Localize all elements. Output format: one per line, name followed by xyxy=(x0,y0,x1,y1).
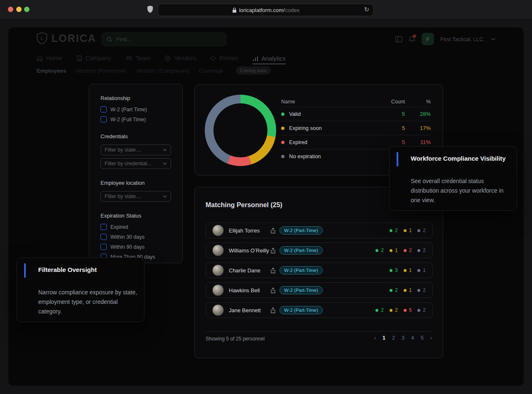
status-dot xyxy=(404,289,407,292)
status-count: 2 xyxy=(381,307,384,313)
share-icon[interactable] xyxy=(270,267,276,274)
svg-text:L: L xyxy=(41,36,44,41)
nav-tab-company[interactable]: Company xyxy=(76,55,111,62)
page-button-4[interactable]: 4 xyxy=(411,335,414,341)
status-dot xyxy=(375,309,378,312)
page-button-3[interactable]: 3 xyxy=(402,335,405,341)
avatar xyxy=(212,225,224,236)
minimize-window-button[interactable] xyxy=(16,7,22,12)
status-dot xyxy=(404,309,407,312)
legend-col-count: Count xyxy=(380,99,405,105)
primes-icon xyxy=(210,55,216,61)
share-icon[interactable] xyxy=(270,307,276,313)
page-button-5[interactable]: 5 xyxy=(421,335,424,341)
filter-section-relationship: Relationship W-2 (Part Time) W-2 (Full T… xyxy=(101,95,171,122)
legend-label: Expiring soon xyxy=(289,125,322,131)
personnel-row[interactable]: Charlie Dane W-2 (Part-Time) 311 xyxy=(206,262,433,278)
status-count: 2 xyxy=(395,307,398,313)
global-search[interactable] xyxy=(102,32,226,46)
nav-tab-primes[interactable]: Primes xyxy=(210,55,238,62)
checkbox[interactable] xyxy=(101,234,107,240)
subnav-tab-vendors-personnel[interactable]: Vendors (Personnel) xyxy=(75,68,126,74)
reload-icon[interactable]: ↻ xyxy=(364,6,369,13)
share-icon[interactable] xyxy=(270,228,276,234)
pagination: ‹ 1 2 3 4 5 › xyxy=(374,335,432,341)
filter-option-within-90-days[interactable]: Within 90 days xyxy=(101,244,171,250)
legend-label: Expired xyxy=(289,139,307,145)
checkbox-label: W-2 (Full Time) xyxy=(110,117,146,122)
nav-tab-vendors[interactable]: Vendors xyxy=(164,55,196,62)
close-window-button[interactable] xyxy=(8,7,13,12)
filter-option-within-30-days[interactable]: Within 30 days xyxy=(101,234,171,240)
share-icon[interactable] xyxy=(270,287,276,294)
status-dot xyxy=(375,249,378,252)
legend-count: 5 xyxy=(380,125,405,131)
page-button-2[interactable]: 2 xyxy=(392,335,395,341)
checkbox[interactable] xyxy=(101,116,107,122)
page-button-1[interactable]: 1 xyxy=(382,335,385,341)
status-count: 2 xyxy=(423,287,426,293)
address-bar[interactable]: loricaplatform.com/codex ↻ xyxy=(158,4,374,16)
subnav-tab-vendors-companies[interactable]: Vendors (Companies) xyxy=(135,68,190,74)
next-page-button[interactable]: › xyxy=(430,335,432,341)
status-dot xyxy=(281,155,284,158)
search-input[interactable] xyxy=(115,36,221,43)
tooltip-accent-bar xyxy=(397,152,398,166)
matching-personnel-panel: Matching Personnel (25) Ellijah Torres W… xyxy=(194,187,443,358)
team-icon xyxy=(125,55,132,61)
sidebar-panel-icon[interactable] xyxy=(395,36,402,42)
status-dot xyxy=(390,229,392,232)
status-count: 1 xyxy=(409,267,412,273)
legend-count: 5 xyxy=(380,139,405,145)
filter-section-title: Credentials xyxy=(101,133,171,139)
select-placeholder: Filter by state.... xyxy=(105,193,142,199)
status-count: 2 xyxy=(423,247,426,253)
nav-tab-label: Home xyxy=(46,55,62,61)
url-host: loricaplatform.com/ xyxy=(239,7,285,13)
personnel-name: Ellijah Torres xyxy=(229,228,270,234)
notifications-button[interactable] xyxy=(409,36,415,43)
share-icon[interactable] xyxy=(270,247,276,254)
org-name: First Tactical, LLC. xyxy=(440,36,485,42)
screen: loricaplatform.com/codex ↻ L LORICA xyxy=(0,0,532,394)
status-counts: 212 xyxy=(390,228,426,233)
personnel-row[interactable]: Jane Bennett W-2 (Part-Time) 2252 xyxy=(206,302,433,318)
status-count: 2 xyxy=(381,247,384,253)
checkbox[interactable] xyxy=(101,224,107,230)
personnel-row[interactable]: Ellijah Torres W-2 (Part-Time) 212 xyxy=(206,223,433,238)
status-dot xyxy=(404,269,407,272)
nav-tab-analytics[interactable]: Analytics xyxy=(253,55,286,64)
employment-badge: W-2 (Part-Time) xyxy=(279,266,323,274)
tooltip-body: See overall credential status distributi… xyxy=(411,176,511,205)
status-dot xyxy=(417,249,420,252)
building-icon xyxy=(76,55,82,61)
credential-state-select[interactable]: Filter by state.... xyxy=(101,144,171,155)
filter-section-title: Employee location xyxy=(101,180,171,186)
nav-tab-team[interactable]: Team xyxy=(125,55,150,62)
nav-tab-home[interactable]: Home xyxy=(37,55,62,62)
checkbox[interactable] xyxy=(101,106,107,113)
org-avatar[interactable]: F xyxy=(422,33,434,45)
personnel-row[interactable]: Hawkins Bell W-2 (Part-Time) 212 xyxy=(206,282,433,298)
filter-option-expired[interactable]: Expired xyxy=(101,224,171,230)
filter-option-w2-part-time[interactable]: W-2 (Part Time) xyxy=(101,106,171,113)
personnel-row[interactable]: Williams O’Reilly W-2 (Part-Time) 2122 xyxy=(206,242,433,258)
prev-page-button[interactable]: ‹ xyxy=(374,335,376,341)
checkbox[interactable] xyxy=(101,244,107,250)
status-count: 1 xyxy=(409,228,412,233)
results-summary: Showing 5 of 25 personnel xyxy=(206,336,265,342)
location-state-select[interactable]: Filter by state.... xyxy=(101,191,171,202)
nav-tab-label: Team xyxy=(136,55,150,61)
analytics-subnav: Employees Vendors (Personnel) Vendors (C… xyxy=(37,66,271,75)
filter-option-w2-full-time[interactable]: W-2 (Full Time) xyxy=(101,116,171,122)
status-count: 5 xyxy=(409,307,412,313)
subnav-tab-employees[interactable]: Employees xyxy=(37,68,66,74)
maximize-window-button[interactable] xyxy=(24,7,29,12)
status-count: 3 xyxy=(395,267,398,273)
chevron-down-icon[interactable] xyxy=(491,38,495,41)
status-counts: 2252 xyxy=(375,307,426,313)
subnav-tab-coverage[interactable]: Coverage xyxy=(199,68,223,74)
notification-badge xyxy=(413,34,416,38)
credential-type-select[interactable]: Filter by credential... xyxy=(101,158,171,169)
nav-tab-label: Primes xyxy=(219,55,238,61)
